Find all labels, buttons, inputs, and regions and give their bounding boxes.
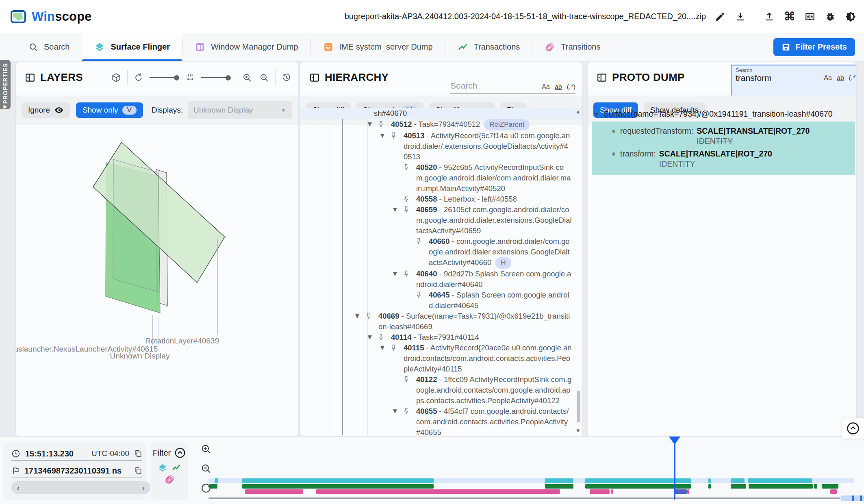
download-icon[interactable] [734,11,747,23]
pin-icon[interactable] [400,204,416,213]
3d-view-icon[interactable] [110,72,122,84]
transitions-track-segment[interactable] [830,489,837,494]
hierarchy-scrollbar[interactable]: ▲ ▼ [575,109,582,434]
pin-icon[interactable] [375,332,391,341]
transactions-track-segment[interactable] [822,484,838,489]
match-word-icon[interactable]: ab [555,83,562,91]
timeline-scrollbar[interactable] [208,497,840,499]
tree-node-selected-wrap[interactable]: sh#40670 [300,108,582,119]
regex-icon[interactable]: (.*) [849,74,857,82]
expand-arrow-icon[interactable]: ▼ [365,119,375,130]
bug-icon[interactable] [824,11,836,23]
match-case-icon[interactable]: Aa [542,83,550,91]
scroll-up-icon[interactable]: ▲ [575,109,581,115]
properties-collapsed-rail[interactable]: PROPERTIES ▶ [0,60,11,109]
tree-node-40659[interactable]: ▼40659 - 26105cf com.google.android.dial… [300,204,582,236]
expand-arrow-icon[interactable]: ▼ [390,406,400,417]
show-only-button[interactable]: Show only V [76,102,143,118]
pin-icon[interactable] [400,194,416,202]
match-word-icon[interactable]: ab [837,74,844,82]
pin-icon[interactable] [400,162,416,171]
transactions-track-segment[interactable] [814,484,817,489]
proto-property[interactable]: requestedTransform:SCALE|TRANSLATE|ROT_2… [592,125,855,148]
tree-node-40520[interactable]: 40520 - 952c6b5 ActivityRecordInputSink … [300,162,582,194]
tree-node-40122[interactable]: 40122 - 1ffcc09 ActivityRecordInputSink … [300,374,582,406]
pin-icon[interactable] [375,119,391,128]
zoom-in-icon[interactable] [241,72,253,84]
minimap-handle[interactable] [852,495,854,501]
rotation-icon[interactable] [132,72,145,84]
tree-node-40669[interactable]: ▼40669 - Surface(name=Task=7931)/@0x619e… [300,311,582,332]
sf-track-segment[interactable] [215,478,218,483]
spacing-icon[interactable] [184,72,196,84]
pin-icon[interactable] [412,290,429,298]
tree-node-40512[interactable]: ▼40512 - Task=7934#40512RelZParent [300,119,582,130]
tree-node-40114[interactable]: ▼40114 - Task=7931#40114 [300,332,582,343]
expand-arrow-icon[interactable]: ▼ [352,311,362,322]
tab-surface-flinger[interactable]: Surface Flinger [82,33,182,61]
hierarchy-tree[interactable]: sh#40670▼40512 - Task=7934#40512RelZPare… [300,108,582,435]
timeline-cursor-line[interactable] [674,440,675,500]
proto-search-input[interactable]: Search transform Aa ab (.*) [731,65,857,99]
timeline-cursor-handle[interactable] [669,437,680,445]
tab-search[interactable]: Search [16,33,82,61]
pin-icon[interactable] [387,343,404,351]
display-select[interactable]: Unknown Display ▼ [188,101,292,119]
pin-icon[interactable] [400,269,416,277]
filter-presets-button[interactable]: Filter Presets [773,38,855,56]
transactions-track-segment[interactable] [731,484,746,489]
tab-transitions[interactable]: Transitions [532,33,612,61]
pin-icon[interactable] [400,374,416,383]
expand-arrow-icon[interactable]: ▼ [378,343,387,353]
scroll-down-icon[interactable]: ▼ [575,428,581,434]
scrollbar-thumb[interactable] [577,391,580,422]
tree-node-40513[interactable]: ▼40513 - ActivityRecord{5c7f14a u0 com.g… [300,130,582,162]
tree-node-40645[interactable]: 40645 - Splash Screen com.google.android… [300,290,582,311]
expand-arrow-icon[interactable]: ▼ [390,269,400,279]
spacing-slider[interactable] [201,75,231,80]
timeline-tracks-canvas[interactable] [0,437,864,504]
layers-3d-canvas[interactable]: RotationLayer#40639 xuslauncher.NexusLau… [16,125,298,435]
transitions-track-segment[interactable] [590,489,610,494]
scroll-to-top-button[interactable] [842,418,864,439]
shortcuts-icon[interactable]: ⌘ [784,11,796,23]
pin-icon[interactable] [400,406,416,415]
tree-node-40558[interactable]: 40558 - Letterbox - left#40558 [300,194,582,204]
expand-arrow-icon[interactable]: ▼ [365,332,375,343]
transactions-track-segment[interactable] [209,484,217,489]
rotation-slider[interactable] [150,75,179,80]
transition-active-segment[interactable] [675,489,687,494]
expand-arrow-icon[interactable]: ▼ [378,130,387,141]
proto-root-node[interactable]: ▼ Surface(name=Task=7934)/@0x1941191_tra… [593,109,833,119]
tree-node-40655[interactable]: ▼40655 - 4f54cf7 com.google.android.cont… [300,406,582,435]
tree-node-40640[interactable]: ▼40640 - 9d2d27b Splash Screen com.googl… [300,269,582,290]
docs-icon[interactable] [804,11,816,23]
transitions-track-segment[interactable] [611,489,613,494]
edit-icon[interactable] [714,11,726,23]
sf-track-segment[interactable] [708,478,711,483]
transitions-track-segment[interactable] [316,489,560,494]
transactions-track-segment[interactable] [545,484,573,489]
tab-ime-system-server-dump[interactable]: IME system_server Dump [311,33,445,61]
transactions-track-segment[interactable] [708,484,711,489]
ignore-button[interactable]: Ignore [22,102,70,118]
upload-icon[interactable] [763,11,775,23]
expand-arrow-icon[interactable]: ▼ [390,204,400,215]
transactions-track-segment[interactable] [242,484,434,489]
tab-transactions[interactable]: Transactions [445,33,532,61]
transactions-track-segment[interactable] [749,484,813,489]
pin-icon[interactable] [387,130,404,139]
tab-window-manager-dump[interactable]: Window Manager Dump [182,33,310,61]
pin-icon[interactable] [412,236,429,245]
sf-track-segment[interactable] [731,478,745,483]
transitions-track-segment[interactable] [245,489,303,494]
theme-icon[interactable] [844,11,857,23]
zoom-out-icon[interactable] [258,72,270,84]
match-case-icon[interactable]: Aa [824,74,832,82]
minimap-handle[interactable] [860,495,862,501]
sf-track-segment[interactable] [545,478,573,483]
hierarchy-search-input[interactable]: Search Aa ab (.*) [450,73,575,93]
regex-icon[interactable]: (.*) [567,83,575,91]
transitions-track-segment[interactable] [687,489,689,494]
reset-view-icon[interactable] [280,72,293,84]
